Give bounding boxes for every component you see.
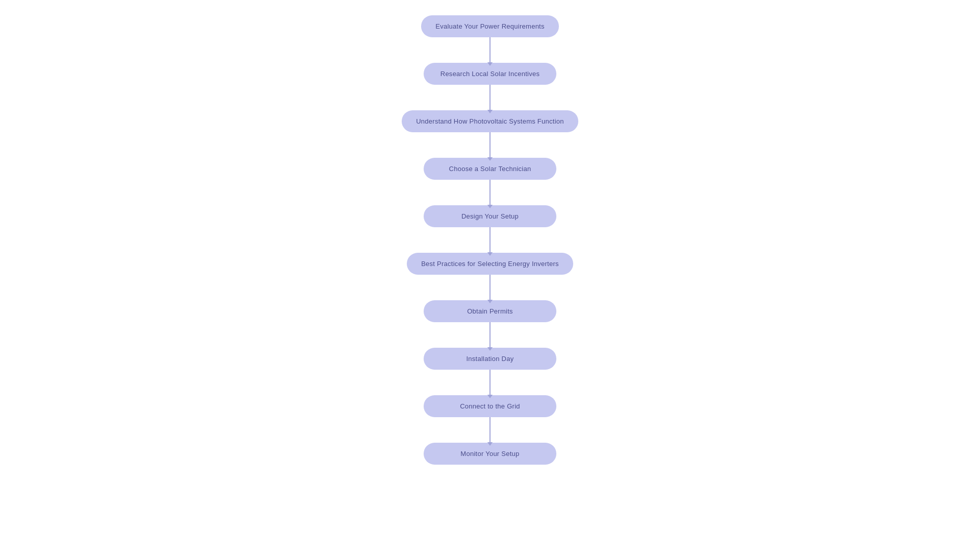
connector-3 [489,132,491,158]
node-3[interactable]: Understand How Photovoltaic Systems Func… [402,110,578,132]
node-2[interactable]: Research Local Solar Incentives [424,63,556,85]
flowchart: Evaluate Your Power RequirementsResearch… [402,10,578,465]
node-4[interactable]: Choose a Solar Technician [424,158,556,180]
node-8[interactable]: Installation Day [424,348,556,370]
node-5[interactable]: Design Your Setup [424,205,556,227]
connector-5 [489,227,491,253]
connector-7 [489,322,491,348]
node-9[interactable]: Connect to the Grid [424,395,556,417]
connector-4 [489,180,491,205]
connector-1 [489,37,491,63]
node-1[interactable]: Evaluate Your Power Requirements [421,15,559,37]
connector-2 [489,85,491,110]
node-10[interactable]: Monitor Your Setup [424,443,556,465]
node-6[interactable]: Best Practices for Selecting Energy Inve… [407,253,573,275]
connector-9 [489,417,491,443]
node-7[interactable]: Obtain Permits [424,300,556,322]
connector-6 [489,275,491,300]
connector-8 [489,370,491,395]
